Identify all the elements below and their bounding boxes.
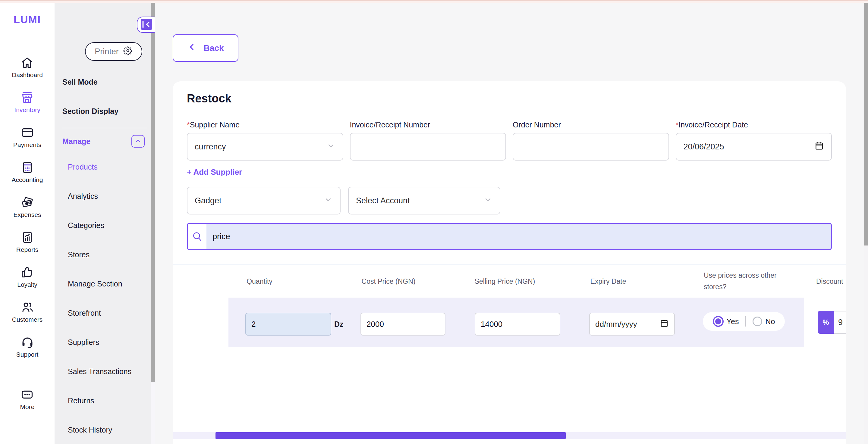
product-search-bar: [187, 223, 832, 250]
category-select-value: Gadget: [195, 196, 221, 205]
calendar-icon: [814, 141, 824, 153]
sidebar-item-sell-mode[interactable]: Sell Mode: [55, 67, 155, 97]
brand-logo: LUMI: [13, 14, 41, 26]
invoice-number-input[interactable]: [350, 133, 506, 161]
order-number-field: Order Number: [513, 121, 669, 161]
table-row: Dz dd/mm/yyyy Yes: [173, 297, 846, 347]
nav-label: Reports: [16, 246, 38, 253]
use-prices-yes-option[interactable]: Yes: [713, 316, 739, 327]
expiry-date-input[interactable]: dd/mm/yyyy: [589, 313, 675, 336]
calculator-icon: [21, 161, 34, 175]
selling-price-input[interactable]: [475, 313, 560, 336]
percent-chip[interactable]: %: [818, 311, 834, 334]
horizontal-scrollbar-thumb[interactable]: [216, 432, 566, 439]
order-number-input[interactable]: [513, 133, 669, 161]
invoice-date-input[interactable]: 20/06/2025: [676, 133, 832, 161]
sidebar-item-products[interactable]: Products: [55, 152, 155, 182]
nav-label: Accounting: [12, 176, 43, 184]
discount-cell: % 9: [818, 311, 846, 334]
primary-nav: Dashboard Inventory Payments Accounting: [12, 56, 43, 411]
store-icon: [20, 91, 34, 104]
secondary-nav: Sell Mode Section Display Manage Product…: [55, 67, 155, 444]
nav-customers[interactable]: Customers: [12, 300, 43, 323]
sidebar-item-storefront[interactable]: Storefront: [55, 298, 155, 328]
calendar-icon: [660, 319, 669, 330]
ellipsis-icon: [20, 388, 34, 402]
sidebar-item-label: Stores: [68, 250, 90, 259]
nav-more[interactable]: More: [20, 388, 35, 411]
manage-collapse-button[interactable]: [131, 135, 145, 148]
page-scrollbar[interactable]: [864, 0, 868, 444]
nav-support[interactable]: Support: [16, 335, 38, 358]
supplier-select[interactable]: currency: [187, 133, 343, 161]
nav-dashboard[interactable]: Dashboard: [12, 56, 43, 78]
gear-icon: [123, 46, 133, 58]
chevron-down-icon: [327, 141, 336, 152]
printer-button[interactable]: Printer: [85, 42, 142, 61]
page-scrollbar-thumb[interactable]: [864, 3, 868, 246]
supplier-field: *Supplier Name currency: [187, 121, 343, 161]
nav-accounting[interactable]: Accounting: [12, 161, 43, 184]
nav-inventory[interactable]: Inventory: [14, 91, 40, 114]
required-marker: *: [187, 121, 190, 129]
sidebar-item-returns[interactable]: Returns: [55, 386, 155, 415]
add-supplier-link[interactable]: + Add Supplier: [187, 167, 242, 177]
col-use-prices: Use prices across other stores?: [704, 270, 791, 293]
sidebar-item-section-display[interactable]: Section Display: [55, 97, 155, 126]
quantity-input[interactable]: [245, 313, 331, 336]
required-marker: *: [676, 121, 679, 129]
table-horizontal-scrollbar[interactable]: [173, 432, 846, 439]
search-icon: [188, 224, 207, 249]
back-button[interactable]: Back: [173, 34, 239, 62]
headset-icon: [21, 335, 34, 349]
sidebar-item-analytics[interactable]: Analytics: [55, 182, 155, 211]
invoice-number-label: Invoice/Receipt Number: [350, 121, 506, 129]
bar-chart-icon: [21, 230, 34, 244]
yes-label: Yes: [727, 317, 739, 326]
banknotes-icon: [20, 195, 34, 209]
thumbs-up-icon: [20, 265, 34, 279]
nav-loyalty[interactable]: Loyalty: [17, 265, 37, 288]
sidebar-item-suppliers[interactable]: Suppliers: [55, 328, 155, 357]
search-input[interactable]: [207, 224, 831, 249]
nav-label: Support: [16, 351, 38, 358]
nav-reports[interactable]: Reports: [16, 230, 38, 253]
sidebar-item-categories[interactable]: Categories: [55, 211, 155, 240]
restock-card: Restock *Supplier Name currency Invoice/…: [173, 81, 846, 444]
chevron-down-icon: [324, 195, 333, 207]
sidebar-item-manage[interactable]: Manage: [55, 130, 155, 152]
supplier-label: *Supplier Name: [187, 121, 343, 129]
no-label: No: [765, 317, 775, 326]
collapse-sidebar-button[interactable]: [137, 17, 155, 33]
app-screen: LUMI Dashboard Inventory Payments: [0, 0, 868, 444]
window-top-strip: [0, 0, 868, 3]
nav-label: Inventory: [14, 106, 40, 114]
sidebar-item-manage-section[interactable]: Manage Section: [55, 269, 155, 298]
sidebar-item-stock-history[interactable]: Stock History: [55, 415, 155, 444]
chevron-up-icon: [134, 137, 142, 146]
col-discount: Discount: [816, 278, 843, 286]
cost-price-input[interactable]: [361, 313, 445, 336]
sidebar-item-label: Returns: [68, 397, 94, 405]
secondary-sidebar: Printer Sell Mode Section Display Manage: [55, 0, 155, 444]
sidebar-item-sales-transactions[interactable]: Sales Transactions: [55, 357, 155, 386]
nav-expenses[interactable]: Expenses: [13, 195, 41, 218]
manage-label: Manage: [62, 137, 131, 146]
account-select[interactable]: Select Account: [348, 187, 500, 215]
chevron-left-icon: [187, 42, 196, 54]
nav-label: Expenses: [13, 211, 41, 218]
nav-label: Payments: [13, 141, 41, 149]
sidebar-item-label: Sell Mode: [62, 78, 98, 87]
sidebar-item-label: Suppliers: [68, 338, 99, 347]
category-select[interactable]: Gadget: [187, 187, 341, 215]
people-icon: [21, 300, 34, 314]
sidebar-item-stores[interactable]: Stores: [55, 240, 155, 269]
discount-input[interactable]: 9: [834, 311, 846, 334]
back-label: Back: [204, 43, 224, 53]
sidebar-scrollbar-thumb[interactable]: [151, 3, 155, 382]
invoice-date-field: *Invoice/Receipt Date 20/06/2025: [676, 121, 832, 161]
nav-payments[interactable]: Payments: [13, 126, 41, 149]
use-prices-no-option[interactable]: No: [752, 317, 775, 326]
sidebar-scrollbar[interactable]: [151, 0, 155, 444]
sidebar-item-label: Storefront: [68, 309, 101, 317]
